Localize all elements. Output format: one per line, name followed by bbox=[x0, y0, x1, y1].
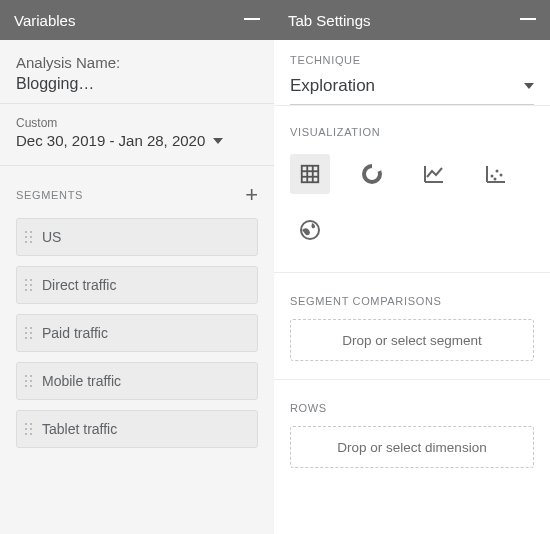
drag-handle-icon[interactable] bbox=[25, 279, 32, 291]
segment-comparisons-label: SEGMENT COMPARISONS bbox=[290, 295, 534, 307]
segment-chip-label: Paid traffic bbox=[42, 325, 108, 341]
svg-rect-0 bbox=[302, 166, 319, 183]
segment-chip[interactable]: Direct traffic bbox=[16, 266, 258, 304]
svg-point-9 bbox=[494, 178, 497, 181]
svg-point-6 bbox=[491, 175, 494, 178]
analysis-name-value: Blogging… bbox=[16, 75, 258, 93]
date-range-value: Dec 30, 2019 - Jan 28, 2020 bbox=[16, 132, 205, 149]
rows-dropzone[interactable]: Drop or select dimension bbox=[290, 426, 534, 468]
segment-chip-label: Tablet traffic bbox=[42, 421, 117, 437]
variables-panel: Variables Analysis Name: Blogging… Custo… bbox=[0, 0, 274, 534]
technique-label: TECHNIQUE bbox=[290, 54, 534, 66]
variables-panel-body: Analysis Name: Blogging… Custom Dec 30, … bbox=[0, 40, 274, 534]
date-preset-label: Custom bbox=[16, 116, 258, 130]
viz-line-button[interactable] bbox=[414, 154, 454, 194]
donut-icon bbox=[360, 162, 384, 186]
segment-chip[interactable]: US bbox=[16, 218, 258, 256]
tab-settings-panel-body: TECHNIQUE Exploration VISUALIZATION bbox=[274, 40, 550, 534]
scatter-icon bbox=[484, 162, 508, 186]
viz-donut-button[interactable] bbox=[352, 154, 392, 194]
rows-label: ROWS bbox=[290, 402, 534, 414]
segment-chip-label: Direct traffic bbox=[42, 277, 116, 293]
segment-comparisons-dropzone[interactable]: Drop or select segment bbox=[290, 319, 534, 361]
analysis-name-section[interactable]: Analysis Name: Blogging… bbox=[0, 40, 274, 104]
visualization-section: VISUALIZATION bbox=[274, 106, 550, 273]
add-segment-button[interactable]: + bbox=[245, 184, 258, 206]
visualization-label: VISUALIZATION bbox=[290, 126, 534, 138]
segments-section: SEGMENTS + US Direct traffic Paid traffi… bbox=[0, 166, 274, 468]
segment-chip-label: US bbox=[42, 229, 61, 245]
segment-chip[interactable]: Tablet traffic bbox=[16, 410, 258, 448]
drag-handle-icon[interactable] bbox=[25, 375, 32, 387]
visualization-row-2 bbox=[290, 210, 534, 250]
variables-panel-header: Variables bbox=[0, 0, 274, 40]
tab-settings-panel-header: Tab Settings bbox=[274, 0, 550, 40]
viz-scatter-button[interactable] bbox=[476, 154, 516, 194]
segments-label: SEGMENTS bbox=[16, 189, 245, 201]
minimize-icon[interactable] bbox=[244, 18, 260, 20]
drag-handle-icon[interactable] bbox=[25, 231, 32, 243]
technique-section: TECHNIQUE Exploration bbox=[274, 40, 550, 106]
drag-handle-icon[interactable] bbox=[25, 327, 32, 339]
variables-panel-title: Variables bbox=[14, 12, 244, 29]
minimize-icon[interactable] bbox=[520, 18, 536, 20]
chevron-down-icon bbox=[213, 138, 223, 144]
line-chart-icon bbox=[422, 162, 446, 186]
tab-settings-panel: Tab Settings TECHNIQUE Exploration VISUA… bbox=[274, 0, 550, 534]
segment-chip[interactable]: Mobile traffic bbox=[16, 362, 258, 400]
rows-placeholder: Drop or select dimension bbox=[337, 440, 486, 455]
segment-chip[interactable]: Paid traffic bbox=[16, 314, 258, 352]
table-icon bbox=[299, 163, 321, 185]
analysis-name-label: Analysis Name: bbox=[16, 54, 258, 71]
viz-geo-button[interactable] bbox=[290, 210, 330, 250]
chevron-down-icon bbox=[524, 83, 534, 89]
tab-settings-panel-title: Tab Settings bbox=[288, 12, 520, 29]
date-range-section[interactable]: Custom Dec 30, 2019 - Jan 28, 2020 bbox=[0, 104, 274, 166]
segment-comparisons-section: SEGMENT COMPARISONS Drop or select segme… bbox=[274, 273, 550, 380]
segments-header: SEGMENTS + bbox=[16, 184, 258, 206]
svg-point-8 bbox=[500, 174, 503, 177]
drag-handle-icon[interactable] bbox=[25, 423, 32, 435]
rows-section: ROWS Drop or select dimension bbox=[274, 380, 550, 486]
visualization-row-1 bbox=[290, 154, 534, 194]
svg-point-7 bbox=[496, 170, 499, 173]
app-root: Variables Analysis Name: Blogging… Custo… bbox=[0, 0, 550, 534]
technique-value: Exploration bbox=[290, 76, 524, 96]
viz-table-button[interactable] bbox=[290, 154, 330, 194]
globe-icon bbox=[298, 218, 322, 242]
technique-select[interactable]: Exploration bbox=[290, 68, 534, 105]
segment-chip-label: Mobile traffic bbox=[42, 373, 121, 389]
segment-comparisons-placeholder: Drop or select segment bbox=[342, 333, 482, 348]
date-range-picker[interactable]: Dec 30, 2019 - Jan 28, 2020 bbox=[16, 132, 258, 149]
